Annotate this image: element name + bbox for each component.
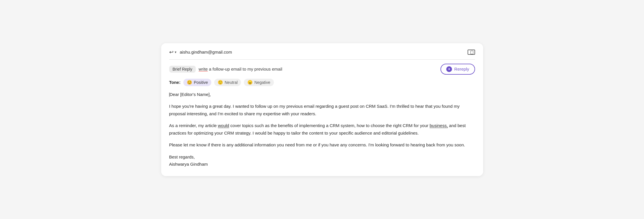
header-divider (169, 59, 475, 60)
email-greeting: Dear [Editor's Name], (169, 91, 475, 98)
rereply-icon: ✦ (446, 66, 452, 72)
positive-emoji: 😊 (187, 80, 192, 85)
dropdown-caret-icon: ▾ (175, 50, 176, 54)
prompt-left: Brief Reply write a follow-up email to m… (169, 66, 440, 73)
email-closing: Best regards, Aishwarya Gindham (169, 153, 475, 168)
tone-neutral[interactable]: 🙂 Neutral (214, 79, 241, 86)
prompt-text-after: a follow-up email to my previous email (208, 67, 282, 71)
tone-label: Tone: (169, 80, 181, 85)
positive-label: Positive (194, 80, 208, 85)
email-para1: I hope you're having a great day. I want… (169, 103, 475, 117)
email-para3: Please let me know if there is any addit… (169, 141, 475, 149)
window-icon[interactable] (468, 50, 475, 55)
rereply-label: Rereply (454, 67, 469, 71)
header-row: ↩ ▾ aishu.gindham@gmail.com (169, 49, 475, 55)
back-arrow-icon: ↩ (169, 49, 174, 55)
prompt-text: write a follow-up email to my previous e… (199, 67, 282, 71)
tone-negative[interactable]: 😠 Negative (244, 79, 274, 86)
brief-reply-badge[interactable]: Brief Reply (169, 66, 196, 73)
negative-label: Negative (254, 80, 270, 85)
tone-row: Tone: 😊 Positive 🙂 Neutral 😠 Negative (169, 79, 475, 86)
email-body: Dear [Editor's Name], I hope you're havi… (169, 91, 475, 168)
para2-before: As a reminder, my article (169, 123, 218, 128)
email-card: ↩ ▾ aishu.gindham@gmail.com Brief Reply … (161, 43, 483, 176)
para2-underline1: would (218, 123, 229, 128)
email-name: Aishwarya Gindham (169, 162, 208, 167)
para2-underline2: business, (430, 123, 448, 128)
neutral-emoji: 🙂 (218, 80, 223, 85)
back-button[interactable]: ↩ ▾ (169, 49, 176, 55)
tone-positive[interactable]: 😊 Positive (183, 79, 211, 86)
neutral-label: Neutral (225, 80, 238, 85)
email-para2: As a reminder, my article would cover to… (169, 122, 475, 137)
cursor (169, 92, 170, 97)
para2-middle: cover topics such as the benefits of imp… (229, 123, 430, 128)
header-left: ↩ ▾ aishu.gindham@gmail.com (169, 49, 232, 55)
prompt-write-underline: write (199, 67, 208, 71)
negative-emoji: 😠 (247, 80, 253, 85)
prompt-row: Brief Reply write a follow-up email to m… (169, 64, 475, 75)
email-address: aishu.gindham@gmail.com (180, 50, 232, 54)
rereply-button[interactable]: ✦ Rereply (440, 64, 475, 75)
